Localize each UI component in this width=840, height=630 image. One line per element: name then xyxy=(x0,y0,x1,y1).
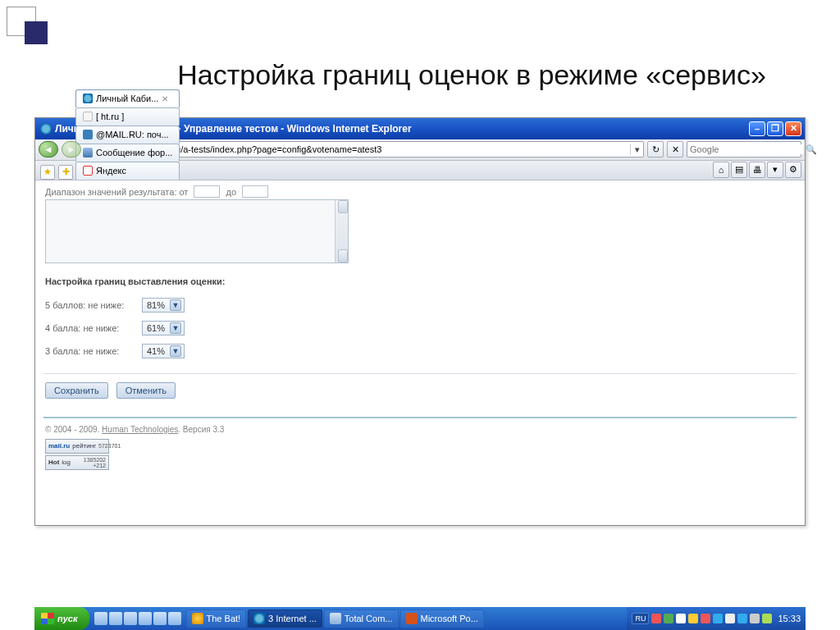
task-icon xyxy=(330,613,341,624)
footer-divider xyxy=(43,417,797,418)
browser-tab[interactable]: Личный Каби...✕ xyxy=(75,89,180,107)
grade-dropdown[interactable]: 81%▼ xyxy=(142,298,185,313)
taskbar-task[interactable]: The Bat! xyxy=(186,609,247,628)
chevron-down-icon: ▼ xyxy=(170,322,181,334)
taskbar-task[interactable]: 3 Internet ... xyxy=(248,609,322,628)
favicon-icon xyxy=(83,148,93,158)
windows-flag-icon xyxy=(41,613,54,624)
home-button[interactable]: ⌂ xyxy=(713,162,729,178)
tray-icon[interactable] xyxy=(725,614,735,623)
close-tab-icon[interactable]: ✕ xyxy=(162,94,168,103)
task-icon xyxy=(406,613,418,624)
ql-icon[interactable] xyxy=(94,612,107,625)
close-button[interactable]: ✕ xyxy=(785,121,801,136)
tab-label: [ ht.ru ] xyxy=(96,112,124,121)
grade-dropdown[interactable]: 41%▼ xyxy=(142,344,185,358)
print-button[interactable]: 🖶 xyxy=(749,162,765,178)
tray-icon[interactable] xyxy=(664,614,673,623)
browser-tab[interactable]: [ ht.ru ] xyxy=(75,107,180,126)
grade-value: 61% xyxy=(147,323,165,333)
task-icon xyxy=(192,613,203,624)
start-button[interactable]: пуск xyxy=(34,607,89,630)
page-menu[interactable]: ▾ xyxy=(767,162,783,178)
task-label: Total Com... xyxy=(345,614,393,623)
grade-value: 81% xyxy=(147,300,165,310)
forward-button[interactable]: ► xyxy=(62,141,81,158)
grade-label: 4 балла: не ниже: xyxy=(45,323,137,333)
browser-window: Личный Кабинет - Тесты - Управление тест… xyxy=(34,117,806,526)
favicon-icon xyxy=(83,130,93,139)
browser-tab[interactable]: Яндекс xyxy=(75,162,180,180)
tab-label: Личный Каби... xyxy=(96,94,158,103)
browser-tabs: ★ ✚ Личный Каби...✕[ ht.ru ]@MAIL.RU: по… xyxy=(35,161,805,180)
chevron-down-icon: ▼ xyxy=(170,345,181,357)
result-textarea[interactable] xyxy=(45,199,349,263)
chevron-down-icon: ▼ xyxy=(170,299,181,311)
grade-dropdown[interactable]: 61%▼ xyxy=(142,321,185,336)
company-link[interactable]: Human Technologies xyxy=(102,425,178,434)
tab-label: @MAIL.RU: поч... xyxy=(96,130,169,139)
tray-icon[interactable] xyxy=(737,614,747,623)
grade-row: 4 балла: не ниже:61%▼ xyxy=(45,321,797,336)
range-to-input[interactable] xyxy=(242,185,268,198)
favicon-icon xyxy=(83,166,93,176)
search-input[interactable] xyxy=(690,144,803,154)
url-input[interactable] xyxy=(102,144,630,154)
tray-icon[interactable] xyxy=(750,614,760,623)
browser-tab[interactable]: @MAIL.RU: поч... xyxy=(75,126,180,144)
add-favorite-button[interactable]: ✚ xyxy=(58,165,73,180)
footer-text: © 2004 - 2009. Human Technologies. Верси… xyxy=(45,425,797,434)
taskbar-task[interactable]: Total Com... xyxy=(324,609,399,628)
tray-icon[interactable] xyxy=(713,614,723,623)
grade-label: 5 баллов: не ниже: xyxy=(45,300,137,310)
grade-value: 41% xyxy=(147,346,165,356)
search-icon[interactable]: 🔍 xyxy=(806,144,817,155)
scrollbar[interactable] xyxy=(335,200,348,262)
grade-row: 3 балла: не ниже:41%▼ xyxy=(45,344,797,358)
tray-icon[interactable] xyxy=(688,614,698,623)
divider xyxy=(43,373,797,374)
feeds-button[interactable]: ▤ xyxy=(731,162,747,178)
favicon-icon xyxy=(83,94,93,103)
taskbar-task[interactable]: Microsoft Po... xyxy=(400,609,484,628)
mailru-counter[interactable]: mail.ruрейтинг 5723701 xyxy=(45,439,109,454)
minimize-button[interactable]: – xyxy=(749,121,765,136)
language-indicator[interactable]: RU xyxy=(632,613,649,624)
address-dropdown[interactable]: ▾ xyxy=(630,144,643,155)
cancel-button[interactable]: Отменить xyxy=(116,382,176,399)
refresh-button[interactable]: ↻ xyxy=(647,141,664,158)
back-button[interactable]: ◄ xyxy=(39,141,58,158)
quick-launch xyxy=(94,612,181,625)
tray-icon[interactable] xyxy=(701,614,710,623)
result-range-label: Диапазон значений результата: от до xyxy=(45,185,797,198)
browser-tab[interactable]: Сообщение фор... xyxy=(75,144,180,162)
task-label: The Bat! xyxy=(207,614,241,623)
tools-menu[interactable]: ⚙ xyxy=(785,162,801,178)
tray-icon[interactable] xyxy=(762,614,772,623)
ql-icon[interactable] xyxy=(168,612,181,625)
ql-icon[interactable] xyxy=(139,612,152,625)
windows-taskbar: пуск The Bat!3 Internet ...Total Com...M… xyxy=(34,607,806,630)
favorites-button[interactable]: ★ xyxy=(40,165,55,180)
tray-icon[interactable] xyxy=(651,614,661,623)
grade-label: 3 балла: не ниже: xyxy=(45,346,137,356)
save-button[interactable]: Сохранить xyxy=(45,382,108,399)
system-tray: RU 15:33 xyxy=(627,607,806,630)
favicon-icon xyxy=(83,112,93,121)
ql-icon[interactable] xyxy=(153,612,167,625)
ql-icon[interactable] xyxy=(109,612,122,625)
search-box[interactable]: 🔍 xyxy=(687,141,801,158)
maximize-button[interactable]: ❐ xyxy=(767,121,783,136)
grades-heading: Настройка границ выставления оценки: xyxy=(45,276,797,286)
clock[interactable]: 15:33 xyxy=(778,614,801,623)
stop-button[interactable]: ✕ xyxy=(667,141,683,158)
range-from-input[interactable] xyxy=(194,185,220,198)
tab-label: Яндекс xyxy=(96,166,126,176)
tray-icon[interactable] xyxy=(676,614,686,623)
ie-icon xyxy=(40,123,52,135)
hotlog-counter[interactable]: Hotlog 1385202 +212 xyxy=(45,455,109,470)
task-icon xyxy=(253,613,265,624)
task-label: Microsoft Po... xyxy=(421,614,478,623)
page-content: Диапазон значений результата: от до Наст… xyxy=(35,180,805,525)
ql-icon[interactable] xyxy=(124,612,137,625)
